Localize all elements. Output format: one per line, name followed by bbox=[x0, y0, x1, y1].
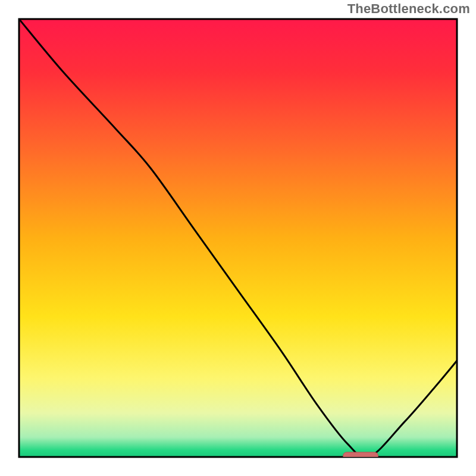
gradient-background bbox=[19, 19, 457, 457]
watermark-text: TheBottleneck.com bbox=[347, 1, 470, 17]
optimal-marker bbox=[343, 452, 378, 459]
chart-svg bbox=[0, 0, 476, 476]
chart-container: TheBottleneck.com bbox=[0, 0, 476, 476]
